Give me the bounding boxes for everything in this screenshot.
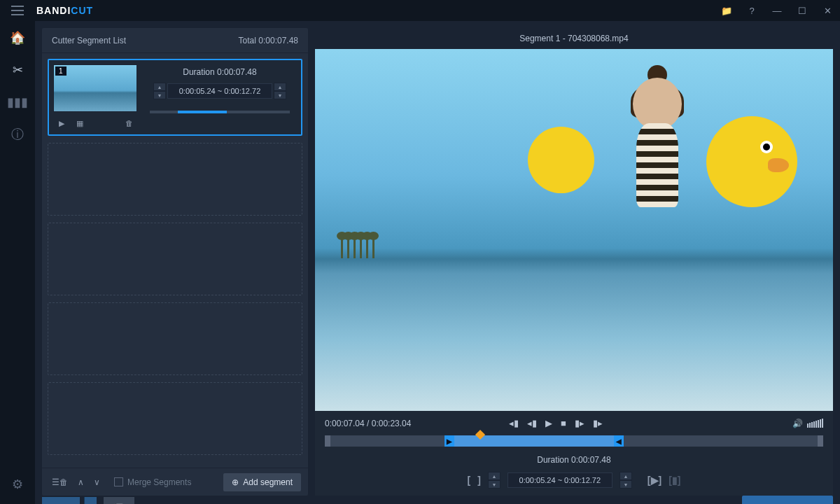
settings-icon[interactable]: ⚙ <box>9 476 26 493</box>
help-button[interactable]: ? <box>739 0 764 21</box>
timeline-end-handle[interactable]: ◀ <box>614 435 624 447</box>
menu-icon[interactable] <box>7 0 28 21</box>
playback-time: 0:00:07.04 / 0:00:23.04 <box>325 419 411 428</box>
range-view-button[interactable]: [▮] <box>668 475 680 486</box>
grid-button[interactable]: ▦ <box>71 116 88 130</box>
move-down-icon[interactable]: ∨ <box>91 475 103 490</box>
frame-back-icon[interactable]: ◂▮ <box>527 418 537 428</box>
video-preview[interactable] <box>315 49 833 411</box>
cut-icon[interactable]: ✂ <box>9 62 26 78</box>
end-down-button[interactable]: ▼ <box>274 91 286 99</box>
preview-end-up[interactable]: ▲ <box>620 472 632 480</box>
empty-segment-slot <box>48 223 302 295</box>
start-down-button[interactable]: ▼ <box>153 91 166 99</box>
stop-icon[interactable]: ■ <box>561 418 566 428</box>
segment-thumbnail: 1 <box>53 64 137 112</box>
maximize-button[interactable]: ☐ <box>790 0 815 21</box>
move-up-icon[interactable]: ∧ <box>75 475 87 490</box>
mark-in-button[interactable]: [ <box>468 475 471 486</box>
preview-start-up[interactable]: ▲ <box>488 472 500 480</box>
preview-title: Segment 1 - 704308068.mp4 <box>315 28 833 49</box>
play-range-button[interactable]: [▶] <box>648 475 662 486</box>
empty-segment-slot <box>48 143 302 216</box>
close-button[interactable]: ✕ <box>815 0 840 21</box>
preview-start-down[interactable]: ▼ <box>488 480 500 489</box>
timeline-start-handle[interactable]: ▶ <box>444 435 454 447</box>
mark-out-button[interactable]: ] <box>477 475 481 486</box>
skip-back-icon[interactable]: ◂▮ <box>509 418 519 428</box>
app-logo: BANDICUT <box>36 5 93 16</box>
segment-duration-label: Duration 0:00:07.48 <box>183 67 256 77</box>
segment-time-range[interactable]: 0:00:05.24 ~ 0:00:12.72 <box>167 83 272 99</box>
list-delete-icon[interactable]: ☰🗑 <box>49 475 71 490</box>
segment-index-badge: 1 <box>55 66 66 76</box>
empty-segment-slot <box>48 382 302 455</box>
open-file-dropdown[interactable]: ▾ <box>84 497 97 504</box>
segment-item[interactable]: 1 ▶ ▦ 🗑 Duration 0:00:07.48 ▲▼ <box>48 59 302 136</box>
merge-segments-checkbox[interactable]: Merge Segments <box>114 477 191 487</box>
start-button[interactable]: Start <box>742 496 833 504</box>
volume-slider[interactable] <box>807 419 823 428</box>
main-timeline[interactable]: ▶ ◀ <box>325 435 823 447</box>
play-icon[interactable]: ▶ <box>545 418 552 428</box>
preview-time-range[interactable]: 0:00:05.24 ~ 0:00:12.72 <box>507 472 612 488</box>
total-duration: Total 0:00:07.48 <box>239 36 298 46</box>
minimize-button[interactable]: — <box>764 0 790 21</box>
start-up-button[interactable]: ▲ <box>153 83 166 91</box>
frame-fwd-icon[interactable]: ▮▸ <box>575 418 584 428</box>
open-folder-button[interactable]: 📁 <box>714 0 739 21</box>
segment-mini-timeline[interactable] <box>150 111 290 113</box>
home-icon[interactable]: 🏠 <box>9 29 26 46</box>
skip-fwd-icon[interactable]: ▮▸ <box>593 418 603 428</box>
delete-segment-button[interactable]: 🗑 <box>120 116 137 130</box>
play-segment-button[interactable]: ▶ <box>53 116 70 130</box>
segment-list-title: Cutter Segment List <box>52 36 126 46</box>
info-icon[interactable]: ⓘ <box>9 126 26 143</box>
add-segment-button[interactable]: ⊕Add segment <box>223 473 301 491</box>
join-icon[interactable]: ▮▮▮ <box>9 94 26 111</box>
empty-segment-slot <box>48 302 302 375</box>
save-button[interactable]: 💾 <box>104 497 134 504</box>
volume-icon[interactable]: 🔊 <box>792 419 803 428</box>
end-up-button[interactable]: ▲ <box>274 83 286 91</box>
preview-duration-label: Duration 0:00:07.48 <box>537 455 610 465</box>
open-file-button[interactable]: 📂 <box>42 497 80 504</box>
preview-end-down[interactable]: ▼ <box>620 480 632 489</box>
